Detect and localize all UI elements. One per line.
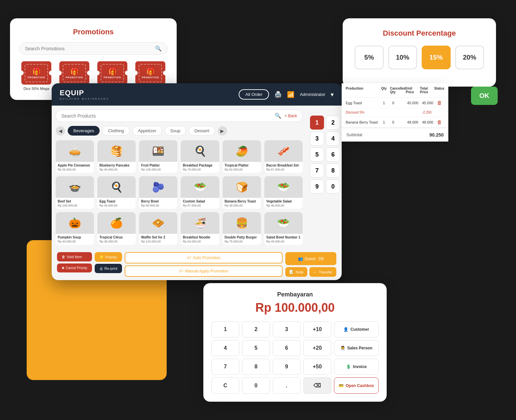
product-item[interactable]: 🥞 Blueberry Pancake Rp 45.000,00	[97, 140, 136, 173]
discount-title: Discount Percentage	[355, 29, 484, 38]
discount-option-button[interactable]: 15%	[422, 46, 451, 69]
product-name: Custom Salad	[183, 200, 217, 203]
order-row-delete[interactable]: 🗑	[437, 100, 444, 106]
payment-numpad-key[interactable]: 6	[273, 340, 301, 356]
product-price: Rp 60.000,00	[141, 204, 175, 207]
numpad-key[interactable]: 5	[310, 148, 324, 162]
payment-numpad-key[interactable]: +50	[303, 359, 331, 375]
product-item[interactable]: 🍊 Tropical Citrus Rp 36.000,00	[97, 212, 136, 245]
void-item-button[interactable]: 🗑 Void Item	[57, 252, 92, 261]
payment-numpad-key[interactable]: 7	[211, 359, 239, 375]
numpad-key[interactable]: 2	[326, 116, 340, 130]
product-name: Double Patty Burger	[225, 235, 259, 239]
product-item[interactable]: 🥧 Apple Pie Cinnamon Rp 55.000,00	[56, 140, 94, 173]
numpad-key[interactable]: 8	[326, 164, 340, 178]
promo-label: PROMOTION	[142, 76, 159, 79]
auto-promotion-button[interactable]: 🏷 Auto Promotion	[125, 252, 283, 263]
payment-side-button[interactable]: 💲Invoice	[334, 359, 379, 375]
priority-button[interactable]: ⭐ Priority	[95, 252, 122, 262]
product-price: Rp 36.000,00	[99, 240, 134, 243]
product-item[interactable]: 🥗 Salad Bowl Number 1 Rp 49.000,00	[264, 212, 303, 245]
all-order-button[interactable]: All Order	[239, 89, 269, 100]
numpad-key[interactable]: 7	[310, 164, 324, 178]
ok-button[interactable]: OK	[471, 87, 498, 105]
category-tab[interactable]: Clothing	[102, 126, 130, 136]
payment-numpad-key[interactable]: .	[273, 377, 301, 394]
payment-numpad-key[interactable]: 3	[273, 321, 301, 337]
order-subtotal: Subtotal 90.250	[342, 128, 448, 142]
category-next-arrow[interactable]: ▶	[218, 126, 227, 136]
payment-numpad-key[interactable]: +20	[303, 340, 331, 356]
product-item[interactable]: 🍳 Egg Toast Rp 45.000,00	[97, 176, 136, 209]
manual-promotion-button[interactable]: 🏷 Manual Apply Promotion	[125, 265, 283, 277]
product-search-input[interactable]	[61, 113, 275, 119]
product-name: Breakfast Noodle	[183, 235, 217, 239]
product-item[interactable]: 🍱 Fruit Platter Rp 105.000,00	[139, 140, 177, 173]
numpad-key[interactable]: 3	[310, 132, 324, 146]
category-tab[interactable]: Dessert	[189, 126, 215, 136]
category-tab[interactable]: Soup	[165, 126, 186, 136]
promo-label: PROMOTION	[28, 76, 45, 79]
product-item[interactable]: 🥓 Bacon Breakfast Set Rp 87.000,00	[264, 140, 303, 173]
discount-option-button[interactable]: 20%	[455, 46, 484, 69]
product-item[interactable]: 🍳 Breakfast Package Rp 70.000,00	[181, 140, 219, 173]
payment-side-button[interactable]: 💳Open Cashbox	[334, 377, 379, 394]
product-item[interactable]: 🎃 Pumpkin Soup Rp 40.000,00	[56, 212, 94, 245]
category-tab[interactable]: Beverages	[68, 126, 100, 136]
category-prev-arrow[interactable]: ◀	[56, 126, 65, 136]
numpad-key[interactable]: 9	[310, 180, 324, 194]
numpad-key[interactable]: 6	[326, 148, 340, 162]
payment-side-button[interactable]: 👤Customer	[334, 321, 379, 337]
product-image: 🧇	[139, 212, 177, 234]
side-btn-icon: 👩‍💼	[340, 346, 345, 350]
product-search-bar[interactable]: 🔍 < Back	[56, 110, 303, 122]
product-item[interactable]: 🥗 Vegetable Salad Rp 46.000,00	[264, 176, 303, 209]
order-row-delete[interactable]: 🗑	[437, 119, 444, 125]
back-link[interactable]: < Back	[285, 114, 297, 118]
product-image: 🥗	[264, 212, 303, 234]
payment-numpad-key[interactable]: ⌫	[303, 377, 331, 394]
discount-option-button[interactable]: 5%	[355, 46, 384, 69]
payment-card: Pembayaran Rp 100.000,00 123+10👤Customer…	[203, 283, 387, 402]
product-image: 🥗	[264, 176, 303, 198]
product-item[interactable]: 🍲 Beef Set Rp 245.000,00	[56, 176, 94, 209]
note-icon: 📝	[289, 270, 294, 274]
promo-item[interactable]: 🎁 PROMOTION Dics 50% Mega	[19, 61, 53, 91]
product-item[interactable]: 🥗 Custom Salad Rp 57.000,00	[181, 176, 219, 209]
payment-numpad-key[interactable]: 9	[273, 359, 301, 375]
payment-numpad-key[interactable]: 2	[242, 321, 270, 337]
payment-numpad-key[interactable]: 5	[242, 340, 270, 356]
transfer-button[interactable]: ↔ Transfer	[309, 267, 336, 277]
gift-icon: 🎁	[32, 68, 41, 76]
payment-numpad-key[interactable]: +10	[303, 321, 331, 337]
promotions-search-bar[interactable]: 🔍	[19, 42, 167, 55]
chevron-down-icon[interactable]: ▾	[331, 91, 334, 98]
product-item[interactable]: 🍔 Double Patty Burger Rp 75.000,00	[223, 212, 261, 245]
numpad-key[interactable]: 0	[326, 180, 340, 194]
guest-button[interactable]: 👥 Guest : D8	[285, 252, 336, 265]
payment-side-button[interactable]: 👩‍💼Sales Person	[334, 340, 379, 356]
bottom-row-actions: 📝 Note ↔ Transfer	[285, 267, 336, 277]
product-item[interactable]: 🍞 Banana Berry Toast Rp 48.000,00	[223, 176, 261, 209]
numpad-key[interactable]: 1	[310, 116, 324, 130]
promotions-search-input[interactable]	[25, 46, 155, 51]
note-button[interactable]: 📝 Note	[285, 267, 307, 277]
product-item[interactable]: 🍜 Breakfast Noodle Rp 54.000,00	[181, 212, 219, 245]
discount-option-button[interactable]: 10%	[388, 46, 417, 69]
product-price: Rp 45.000,00	[99, 204, 134, 207]
product-item[interactable]: 🧇 Waffle Set for 2 Rp 124.000,00	[139, 212, 177, 245]
payment-numpad-key[interactable]: 1	[211, 321, 239, 337]
reprint-button[interactable]: 🖨 Re-print	[95, 264, 122, 273]
cancel-priority-button[interactable]: ✖ Cancel Priority	[57, 263, 92, 272]
discount-card: Discount Percentage 5%10%15%20%	[343, 18, 496, 87]
product-price: Rp 124.000,00	[141, 240, 175, 243]
numpad-key[interactable]: 4	[326, 132, 340, 146]
product-item[interactable]: 🫐 Berry Bowl Rp 60.000,00	[139, 176, 177, 209]
print-icon[interactable]: 🖨️	[274, 91, 282, 98]
payment-numpad-key[interactable]: 4	[211, 340, 239, 356]
product-item[interactable]: 🥭 Tropical Platter Rp 82.000,00	[223, 140, 261, 173]
payment-numpad-key[interactable]: C	[211, 377, 239, 394]
category-tab[interactable]: Appetizer	[132, 126, 162, 136]
payment-numpad-key[interactable]: 8	[242, 359, 270, 375]
payment-numpad-key[interactable]: 0	[242, 377, 270, 394]
